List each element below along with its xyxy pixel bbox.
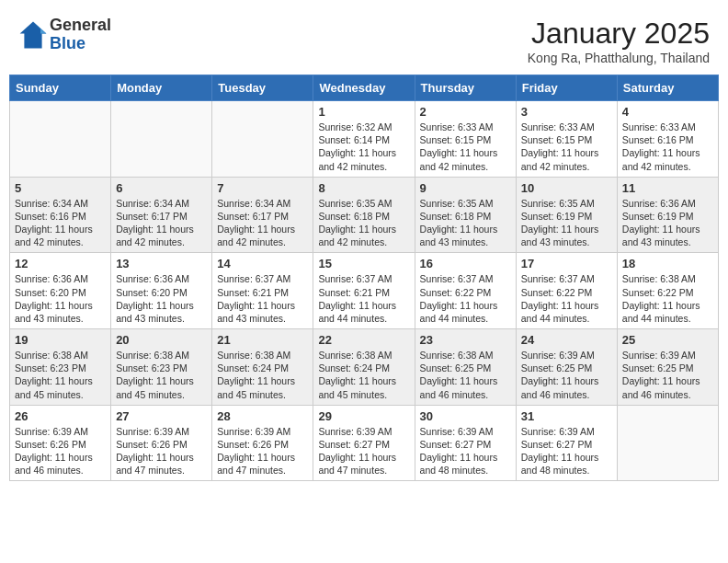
weekday-header-cell: Monday xyxy=(111,75,212,101)
day-info: Sunrise: 6:35 AM Sunset: 6:18 PM Dayligh… xyxy=(318,197,409,249)
day-info: Sunrise: 6:34 AM Sunset: 6:17 PM Dayligh… xyxy=(116,197,207,249)
calendar-day-cell: 7Sunrise: 6:34 AM Sunset: 6:17 PM Daylig… xyxy=(212,177,313,253)
day-number: 26 xyxy=(15,409,106,423)
day-number: 20 xyxy=(116,333,207,347)
day-number: 24 xyxy=(521,333,612,347)
location-title: Kong Ra, Phatthalung, Thailand xyxy=(528,51,710,65)
day-number: 15 xyxy=(318,257,409,270)
day-number: 25 xyxy=(622,333,713,347)
calendar-day-cell: 14Sunrise: 6:37 AM Sunset: 6:21 PM Dayli… xyxy=(212,253,313,329)
calendar-empty-cell xyxy=(212,101,313,178)
day-info: Sunrise: 6:32 AM Sunset: 6:14 PM Dayligh… xyxy=(318,121,409,173)
weekday-header-cell: Sunday xyxy=(10,75,111,101)
calendar-day-cell: 29Sunrise: 6:39 AM Sunset: 6:27 PM Dayli… xyxy=(313,405,415,481)
day-number: 17 xyxy=(521,257,612,270)
day-number: 10 xyxy=(521,181,612,195)
day-info: Sunrise: 6:35 AM Sunset: 6:19 PM Dayligh… xyxy=(521,197,612,249)
day-info: Sunrise: 6:37 AM Sunset: 6:22 PM Dayligh… xyxy=(521,272,612,325)
weekday-header-cell: Thursday xyxy=(415,75,516,101)
day-info: Sunrise: 6:36 AM Sunset: 6:20 PM Dayligh… xyxy=(15,272,106,325)
day-info: Sunrise: 6:38 AM Sunset: 6:25 PM Dayligh… xyxy=(420,349,511,401)
calendar-day-cell: 19Sunrise: 6:38 AM Sunset: 6:23 PM Dayli… xyxy=(10,329,111,406)
day-number: 6 xyxy=(116,181,207,195)
day-info: Sunrise: 6:38 AM Sunset: 6:22 PM Dayligh… xyxy=(622,272,713,325)
day-number: 12 xyxy=(15,257,106,270)
calendar-empty-cell xyxy=(10,101,111,178)
day-info: Sunrise: 6:39 AM Sunset: 6:26 PM Dayligh… xyxy=(217,425,308,477)
title-block: January 2025 Kong Ra, Phatthalung, Thail… xyxy=(528,17,710,65)
calendar-day-cell: 18Sunrise: 6:38 AM Sunset: 6:22 PM Dayli… xyxy=(617,253,718,329)
calendar-day-cell: 6Sunrise: 6:34 AM Sunset: 6:17 PM Daylig… xyxy=(111,177,212,253)
day-number: 9 xyxy=(420,181,511,195)
day-info: Sunrise: 6:34 AM Sunset: 6:17 PM Dayligh… xyxy=(217,197,308,249)
page-header: General Blue January 2025 Kong Ra, Phatt… xyxy=(9,9,719,71)
calendar-day-cell: 15Sunrise: 6:37 AM Sunset: 6:21 PM Dayli… xyxy=(313,253,415,329)
calendar-day-cell: 1Sunrise: 6:32 AM Sunset: 6:14 PM Daylig… xyxy=(313,101,415,178)
weekday-header-cell: Saturday xyxy=(617,75,718,101)
day-info: Sunrise: 6:37 AM Sunset: 6:22 PM Dayligh… xyxy=(420,272,511,325)
day-number: 22 xyxy=(318,333,409,347)
day-number: 5 xyxy=(15,181,106,195)
day-number: 29 xyxy=(318,409,409,423)
calendar-day-cell: 10Sunrise: 6:35 AM Sunset: 6:19 PM Dayli… xyxy=(516,177,617,253)
day-info: Sunrise: 6:39 AM Sunset: 6:27 PM Dayligh… xyxy=(521,425,612,477)
weekday-header-cell: Friday xyxy=(516,75,617,101)
day-info: Sunrise: 6:38 AM Sunset: 6:24 PM Dayligh… xyxy=(217,349,308,401)
day-info: Sunrise: 6:39 AM Sunset: 6:26 PM Dayligh… xyxy=(116,425,207,477)
day-info: Sunrise: 6:35 AM Sunset: 6:18 PM Dayligh… xyxy=(420,197,511,249)
day-info: Sunrise: 6:39 AM Sunset: 6:27 PM Dayligh… xyxy=(420,425,511,477)
day-number: 11 xyxy=(622,181,713,195)
calendar-day-cell: 27Sunrise: 6:39 AM Sunset: 6:26 PM Dayli… xyxy=(111,405,212,481)
logo-general-label: General xyxy=(50,17,111,35)
day-number: 2 xyxy=(420,105,511,119)
day-info: Sunrise: 6:39 AM Sunset: 6:26 PM Dayligh… xyxy=(15,425,106,477)
day-info: Sunrise: 6:38 AM Sunset: 6:23 PM Dayligh… xyxy=(15,349,106,401)
calendar-day-cell: 12Sunrise: 6:36 AM Sunset: 6:20 PM Dayli… xyxy=(10,253,111,329)
calendar-table: SundayMondayTuesdayWednesdayThursdayFrid… xyxy=(9,75,719,481)
day-number: 7 xyxy=(217,181,308,195)
calendar-week-row: 26Sunrise: 6:39 AM Sunset: 6:26 PM Dayli… xyxy=(10,405,719,481)
calendar-day-cell: 13Sunrise: 6:36 AM Sunset: 6:20 PM Dayli… xyxy=(111,253,212,329)
logo-text: General Blue xyxy=(50,17,111,53)
svg-marker-0 xyxy=(20,21,47,48)
calendar-body: 1Sunrise: 6:32 AM Sunset: 6:14 PM Daylig… xyxy=(10,101,719,481)
calendar-day-cell: 17Sunrise: 6:37 AM Sunset: 6:22 PM Dayli… xyxy=(516,253,617,329)
weekday-header-row: SundayMondayTuesdayWednesdayThursdayFrid… xyxy=(10,75,719,101)
day-number: 13 xyxy=(116,257,207,270)
calendar-day-cell: 20Sunrise: 6:38 AM Sunset: 6:23 PM Dayli… xyxy=(111,329,212,406)
calendar-day-cell: 22Sunrise: 6:38 AM Sunset: 6:24 PM Dayli… xyxy=(313,329,415,406)
day-info: Sunrise: 6:39 AM Sunset: 6:25 PM Dayligh… xyxy=(521,349,612,401)
calendar-week-row: 1Sunrise: 6:32 AM Sunset: 6:14 PM Daylig… xyxy=(10,101,719,178)
day-number: 21 xyxy=(217,333,308,347)
day-number: 23 xyxy=(420,333,511,347)
calendar-day-cell: 5Sunrise: 6:34 AM Sunset: 6:16 PM Daylig… xyxy=(10,177,111,253)
calendar-week-row: 5Sunrise: 6:34 AM Sunset: 6:16 PM Daylig… xyxy=(10,177,719,253)
day-number: 28 xyxy=(217,409,308,423)
day-info: Sunrise: 6:38 AM Sunset: 6:23 PM Dayligh… xyxy=(116,349,207,401)
logo-blue-label: Blue xyxy=(50,35,111,53)
day-number: 30 xyxy=(420,409,511,423)
day-info: Sunrise: 6:33 AM Sunset: 6:15 PM Dayligh… xyxy=(420,121,511,173)
day-number: 3 xyxy=(521,105,612,119)
calendar-day-cell: 11Sunrise: 6:36 AM Sunset: 6:19 PM Dayli… xyxy=(617,177,718,253)
day-info: Sunrise: 6:38 AM Sunset: 6:24 PM Dayligh… xyxy=(318,349,409,401)
day-info: Sunrise: 6:33 AM Sunset: 6:15 PM Dayligh… xyxy=(521,121,612,173)
calendar-day-cell: 30Sunrise: 6:39 AM Sunset: 6:27 PM Dayli… xyxy=(415,405,516,481)
day-info: Sunrise: 6:39 AM Sunset: 6:27 PM Dayligh… xyxy=(318,425,409,477)
calendar-day-cell: 8Sunrise: 6:35 AM Sunset: 6:18 PM Daylig… xyxy=(313,177,415,253)
day-number: 16 xyxy=(420,257,511,270)
calendar-day-cell: 21Sunrise: 6:38 AM Sunset: 6:24 PM Dayli… xyxy=(212,329,313,406)
calendar-day-cell: 23Sunrise: 6:38 AM Sunset: 6:25 PM Dayli… xyxy=(415,329,516,406)
day-number: 8 xyxy=(318,181,409,195)
day-info: Sunrise: 6:37 AM Sunset: 6:21 PM Dayligh… xyxy=(318,272,409,325)
logo-icon xyxy=(18,20,48,50)
day-info: Sunrise: 6:34 AM Sunset: 6:16 PM Dayligh… xyxy=(15,197,106,249)
calendar-day-cell: 31Sunrise: 6:39 AM Sunset: 6:27 PM Dayli… xyxy=(516,405,617,481)
day-info: Sunrise: 6:36 AM Sunset: 6:20 PM Dayligh… xyxy=(116,272,207,325)
day-number: 19 xyxy=(15,333,106,347)
weekday-header-cell: Tuesday xyxy=(212,75,313,101)
day-info: Sunrise: 6:37 AM Sunset: 6:21 PM Dayligh… xyxy=(217,272,308,325)
calendar-empty-cell xyxy=(617,405,718,481)
day-number: 31 xyxy=(521,409,612,423)
calendar-week-row: 19Sunrise: 6:38 AM Sunset: 6:23 PM Dayli… xyxy=(10,329,719,406)
